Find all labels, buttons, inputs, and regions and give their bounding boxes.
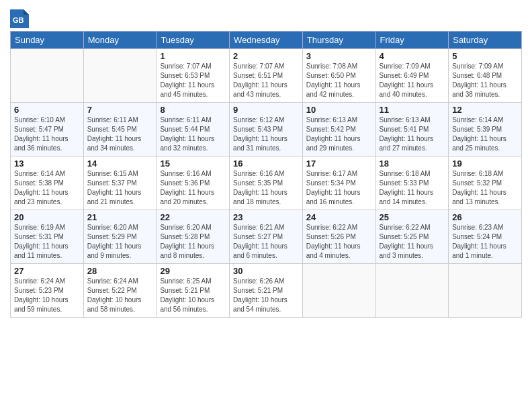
calendar-cell	[449, 264, 522, 318]
day-number: 11	[380, 105, 445, 115]
calendar-week-row: 1Sunrise: 7:07 AM Sunset: 6:53 PM Daylig…	[11, 49, 522, 103]
day-header-saturday: Saturday	[449, 32, 522, 49]
page: GB SundayMondayTuesdayWednesdayThursdayF…	[0, 0, 532, 411]
day-number: 30	[233, 266, 299, 276]
calendar-cell: 2Sunrise: 7:07 AM Sunset: 6:51 PM Daylig…	[230, 49, 303, 103]
day-detail: Sunrise: 7:09 AM Sunset: 6:49 PM Dayligh…	[380, 62, 445, 99]
day-detail: Sunrise: 6:13 AM Sunset: 5:41 PM Dayligh…	[380, 116, 445, 153]
day-detail: Sunrise: 6:18 AM Sunset: 5:33 PM Dayligh…	[380, 169, 445, 207]
day-number: 1	[160, 51, 226, 61]
day-detail: Sunrise: 6:26 AM Sunset: 5:21 PM Dayligh…	[233, 277, 299, 314]
day-detail: Sunrise: 6:10 AM Sunset: 5:47 PM Dayligh…	[14, 116, 80, 153]
calendar-cell: 8Sunrise: 6:11 AM Sunset: 5:44 PM Daylig…	[157, 103, 230, 156]
calendar-cell: 23Sunrise: 6:21 AM Sunset: 5:27 PM Dayli…	[230, 210, 303, 264]
calendar-week-row: 13Sunrise: 6:14 AM Sunset: 5:38 PM Dayli…	[11, 156, 522, 210]
day-number: 12	[452, 105, 518, 115]
day-number: 25	[380, 212, 445, 222]
day-number: 28	[87, 266, 153, 276]
day-number: 29	[160, 266, 226, 276]
calendar-cell: 17Sunrise: 6:17 AM Sunset: 5:34 PM Dayli…	[302, 156, 375, 210]
calendar-cell: 29Sunrise: 6:25 AM Sunset: 5:21 PM Dayli…	[157, 264, 230, 318]
day-number: 20	[14, 212, 80, 222]
calendar-cell: 3Sunrise: 7:08 AM Sunset: 6:50 PM Daylig…	[302, 49, 375, 103]
day-header-thursday: Thursday	[302, 32, 375, 49]
calendar-cell: 30Sunrise: 6:26 AM Sunset: 5:21 PM Dayli…	[230, 264, 303, 318]
day-number: 6	[14, 105, 80, 115]
calendar-cell: 9Sunrise: 6:12 AM Sunset: 5:43 PM Daylig…	[230, 103, 303, 156]
calendar-cell	[302, 264, 375, 318]
calendar-cell: 11Sunrise: 6:13 AM Sunset: 5:41 PM Dayli…	[375, 103, 449, 156]
calendar-cell: 18Sunrise: 6:18 AM Sunset: 5:33 PM Dayli…	[375, 156, 449, 210]
day-header-wednesday: Wednesday	[230, 32, 303, 49]
calendar-cell: 19Sunrise: 6:18 AM Sunset: 5:32 PM Dayli…	[449, 156, 522, 210]
day-number: 8	[160, 105, 226, 115]
day-number: 2	[233, 51, 299, 61]
day-detail: Sunrise: 6:16 AM Sunset: 5:35 PM Dayligh…	[233, 169, 299, 207]
calendar-cell	[83, 49, 157, 103]
calendar-week-row: 27Sunrise: 6:24 AM Sunset: 5:23 PM Dayli…	[11, 264, 522, 318]
calendar: SundayMondayTuesdayWednesdayThursdayFrid…	[10, 31, 522, 318]
calendar-cell: 28Sunrise: 6:24 AM Sunset: 5:22 PM Dayli…	[83, 264, 157, 318]
day-detail: Sunrise: 6:17 AM Sunset: 5:34 PM Dayligh…	[306, 169, 372, 207]
svg-marker-1	[24, 9, 29, 15]
day-number: 14	[87, 158, 153, 169]
calendar-cell: 7Sunrise: 6:11 AM Sunset: 5:45 PM Daylig…	[83, 103, 157, 156]
day-detail: Sunrise: 6:24 AM Sunset: 5:23 PM Dayligh…	[14, 277, 80, 314]
day-detail: Sunrise: 6:14 AM Sunset: 5:39 PM Dayligh…	[452, 116, 518, 153]
day-detail: Sunrise: 6:18 AM Sunset: 5:32 PM Dayligh…	[452, 169, 518, 207]
calendar-cell: 15Sunrise: 6:16 AM Sunset: 5:36 PM Dayli…	[157, 156, 230, 210]
calendar-cell: 4Sunrise: 7:09 AM Sunset: 6:49 PM Daylig…	[375, 49, 449, 103]
day-detail: Sunrise: 6:22 AM Sunset: 5:26 PM Dayligh…	[306, 223, 372, 261]
day-detail: Sunrise: 6:11 AM Sunset: 5:44 PM Dayligh…	[160, 116, 226, 153]
day-detail: Sunrise: 6:20 AM Sunset: 5:28 PM Dayligh…	[160, 223, 226, 261]
day-number: 18	[380, 158, 445, 169]
day-number: 16	[233, 158, 299, 169]
calendar-header-row: SundayMondayTuesdayWednesdayThursdayFrid…	[11, 32, 522, 49]
calendar-cell: 5Sunrise: 7:09 AM Sunset: 6:48 PM Daylig…	[449, 49, 522, 103]
day-number: 9	[233, 105, 299, 115]
day-number: 7	[87, 105, 153, 115]
calendar-cell: 13Sunrise: 6:14 AM Sunset: 5:38 PM Dayli…	[11, 156, 84, 210]
day-detail: Sunrise: 6:21 AM Sunset: 5:27 PM Dayligh…	[233, 223, 299, 261]
day-number: 13	[14, 158, 80, 169]
calendar-cell: 20Sunrise: 6:19 AM Sunset: 5:31 PM Dayli…	[11, 210, 84, 264]
day-detail: Sunrise: 6:12 AM Sunset: 5:43 PM Dayligh…	[233, 116, 299, 153]
day-detail: Sunrise: 6:13 AM Sunset: 5:42 PM Dayligh…	[306, 116, 372, 153]
calendar-cell: 22Sunrise: 6:20 AM Sunset: 5:28 PM Dayli…	[157, 210, 230, 264]
logo: GB	[10, 9, 30, 28]
calendar-cell	[375, 264, 449, 318]
day-detail: Sunrise: 6:24 AM Sunset: 5:22 PM Dayligh…	[87, 277, 153, 314]
day-number: 3	[306, 51, 372, 61]
day-detail: Sunrise: 6:15 AM Sunset: 5:37 PM Dayligh…	[87, 169, 153, 207]
day-number: 4	[380, 51, 445, 61]
day-detail: Sunrise: 6:23 AM Sunset: 5:24 PM Dayligh…	[452, 223, 518, 261]
calendar-week-row: 6Sunrise: 6:10 AM Sunset: 5:47 PM Daylig…	[11, 103, 522, 156]
day-number: 17	[306, 158, 372, 169]
day-number: 19	[452, 158, 518, 169]
calendar-cell: 10Sunrise: 6:13 AM Sunset: 5:42 PM Dayli…	[302, 103, 375, 156]
day-detail: Sunrise: 7:09 AM Sunset: 6:48 PM Dayligh…	[452, 62, 518, 99]
day-detail: Sunrise: 6:25 AM Sunset: 5:21 PM Dayligh…	[160, 277, 226, 314]
svg-text:GB: GB	[13, 16, 24, 24]
day-detail: Sunrise: 6:16 AM Sunset: 5:36 PM Dayligh…	[160, 169, 226, 207]
day-number: 21	[87, 212, 153, 222]
day-number: 23	[233, 212, 299, 222]
day-header-tuesday: Tuesday	[157, 32, 230, 49]
calendar-cell: 6Sunrise: 6:10 AM Sunset: 5:47 PM Daylig…	[11, 103, 84, 156]
day-detail: Sunrise: 6:22 AM Sunset: 5:25 PM Dayligh…	[380, 223, 445, 261]
calendar-cell: 24Sunrise: 6:22 AM Sunset: 5:26 PM Dayli…	[302, 210, 375, 264]
day-header-sunday: Sunday	[11, 32, 84, 49]
calendar-cell: 25Sunrise: 6:22 AM Sunset: 5:25 PM Dayli…	[375, 210, 449, 264]
day-detail: Sunrise: 6:11 AM Sunset: 5:45 PM Dayligh…	[87, 116, 153, 153]
day-detail: Sunrise: 6:20 AM Sunset: 5:29 PM Dayligh…	[87, 223, 153, 261]
calendar-cell	[11, 49, 84, 103]
day-number: 26	[452, 212, 518, 222]
calendar-cell: 16Sunrise: 6:16 AM Sunset: 5:35 PM Dayli…	[230, 156, 303, 210]
calendar-week-row: 20Sunrise: 6:19 AM Sunset: 5:31 PM Dayli…	[11, 210, 522, 264]
day-number: 15	[160, 158, 226, 169]
day-detail: Sunrise: 7:07 AM Sunset: 6:53 PM Dayligh…	[160, 62, 226, 99]
calendar-cell: 27Sunrise: 6:24 AM Sunset: 5:23 PM Dayli…	[11, 264, 84, 318]
day-detail: Sunrise: 7:07 AM Sunset: 6:51 PM Dayligh…	[233, 62, 299, 99]
logo-icon: GB	[10, 9, 29, 28]
day-number: 27	[14, 266, 80, 276]
